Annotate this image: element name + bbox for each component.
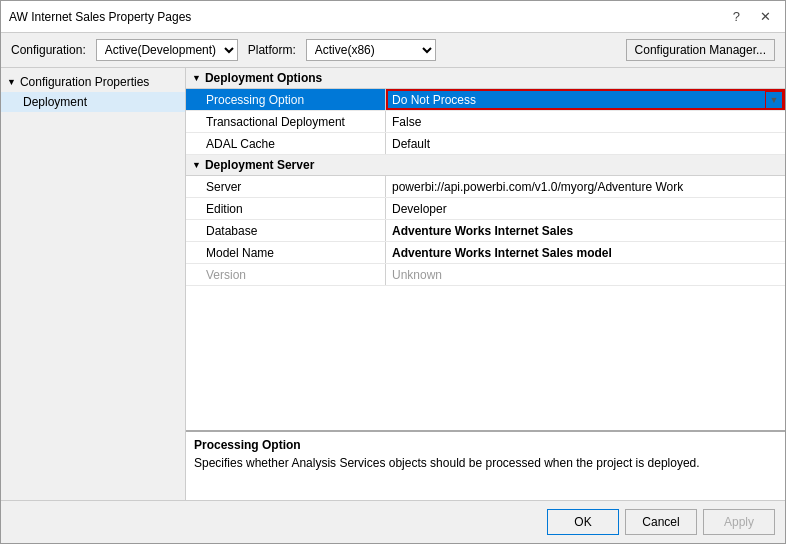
prop-value-transactional: False: [386, 111, 785, 132]
prop-row-model-name[interactable]: Model Name Adventure Works Internet Sale…: [186, 242, 785, 264]
main-content: ▼ Configuration Properties Deployment ▼ …: [1, 68, 785, 500]
prop-name-server: Server: [186, 176, 386, 197]
toolbar: Configuration: Active(Development) Platf…: [1, 33, 785, 68]
sidebar-group: ▼ Configuration Properties Deployment: [1, 72, 185, 112]
description-panel: Processing Option Specifies whether Anal…: [186, 430, 785, 500]
prop-name-model: Model Name: [186, 242, 386, 263]
prop-value-edition: Developer: [386, 198, 785, 219]
dialog-title: AW Internet Sales Property Pages: [9, 10, 191, 24]
config-label: Configuration:: [11, 43, 86, 57]
dropdown-indicator[interactable]: ▼: [765, 91, 783, 109]
prop-name-processing-option: Processing Option: [186, 89, 386, 110]
prop-name-adal: ADAL Cache: [186, 133, 386, 154]
bottom-bar: OK Cancel Apply: [1, 500, 785, 543]
prop-row-server[interactable]: Server powerbi://api.powerbi.com/v1.0/my…: [186, 176, 785, 198]
prop-name-database: Database: [186, 220, 386, 241]
sidebar-item-deployment[interactable]: Deployment: [1, 92, 185, 112]
sidebar-group-label: Configuration Properties: [20, 75, 149, 89]
sidebar-collapse-arrow: ▼: [7, 77, 16, 87]
help-button[interactable]: ?: [727, 7, 746, 26]
prop-name-transactional: Transactional Deployment: [186, 111, 386, 132]
platform-label: Platform:: [248, 43, 296, 57]
dialog: AW Internet Sales Property Pages ? ✕ Con…: [0, 0, 786, 544]
sidebar-item-label: Deployment: [23, 95, 87, 109]
section-server-arrow: ▼: [192, 160, 201, 170]
prop-row-database[interactable]: Database Adventure Works Internet Sales: [186, 220, 785, 242]
prop-row-version[interactable]: Version Unknown: [186, 264, 785, 286]
prop-row-transactional-deployment[interactable]: Transactional Deployment False: [186, 111, 785, 133]
prop-row-edition[interactable]: Edition Developer: [186, 198, 785, 220]
prop-value-adal: Default: [386, 133, 785, 154]
title-bar: AW Internet Sales Property Pages ? ✕: [1, 1, 785, 33]
prop-row-adal-cache[interactable]: ADAL Cache Default: [186, 133, 785, 155]
config-manager-button[interactable]: Configuration Manager...: [626, 39, 775, 61]
section-arrow: ▼: [192, 73, 201, 83]
close-button[interactable]: ✕: [754, 7, 777, 26]
section-server-label: Deployment Server: [205, 158, 314, 172]
section-deployment-options[interactable]: ▼ Deployment Options: [186, 68, 785, 89]
sidebar-group-header[interactable]: ▼ Configuration Properties: [1, 72, 185, 92]
config-select[interactable]: Active(Development): [96, 39, 238, 61]
section-label: Deployment Options: [205, 71, 322, 85]
properties-panel: ▼ Deployment Options Processing Option D…: [186, 68, 785, 500]
description-title: Processing Option: [194, 438, 777, 452]
prop-row-processing-option[interactable]: Processing Option Do Not Process ▼: [186, 89, 785, 111]
prop-value-server: powerbi://api.powerbi.com/v1.0/myorg/Adv…: [386, 176, 785, 197]
platform-select[interactable]: Active(x86): [306, 39, 436, 61]
section-deployment-server[interactable]: ▼ Deployment Server: [186, 155, 785, 176]
prop-value-model: Adventure Works Internet Sales model: [386, 242, 785, 263]
description-text: Specifies whether Analysis Services obje…: [194, 456, 777, 470]
prop-name-edition: Edition: [186, 198, 386, 219]
apply-button[interactable]: Apply: [703, 509, 775, 535]
prop-name-version: Version: [186, 264, 386, 285]
cancel-button[interactable]: Cancel: [625, 509, 697, 535]
ok-button[interactable]: OK: [547, 509, 619, 535]
title-bar-controls: ? ✕: [727, 7, 777, 26]
sidebar: ▼ Configuration Properties Deployment: [1, 68, 186, 500]
prop-value-database: Adventure Works Internet Sales: [386, 220, 785, 241]
prop-value-version: Unknown: [386, 264, 785, 285]
dropdown-arrow-icon: ▼: [770, 95, 779, 105]
prop-value-processing-option: Do Not Process ▼: [386, 89, 785, 110]
props-table: ▼ Deployment Options Processing Option D…: [186, 68, 785, 430]
